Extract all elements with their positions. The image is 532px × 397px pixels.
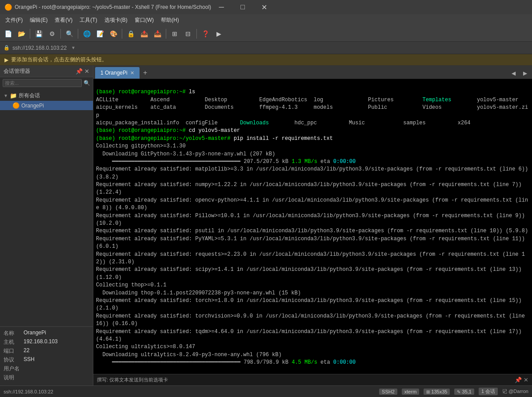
menu-tools[interactable]: 工具(T)	[76, 14, 100, 26]
properties-button[interactable]: ⚙	[46, 28, 58, 40]
expand-button[interactable]: ⊞	[168, 28, 181, 40]
sidebar-header: 会话管理器 📌 ✕	[0, 66, 93, 77]
find-button[interactable]: 🔍	[63, 28, 76, 40]
download-button[interactable]: 📥	[151, 28, 164, 40]
toolbar-separator-2	[60, 29, 61, 39]
terminal-area[interactable]: (base) root@orangepiaipro:~# ls ACLLite …	[93, 79, 532, 385]
toolbar-separator-3	[78, 29, 78, 39]
save-button[interactable]: 💾	[32, 28, 45, 40]
input-bar: 撰写: 仅将文本发送到当前选项卡 📌 ✕	[93, 374, 532, 385]
maximize-button[interactable]: □	[232, 0, 253, 14]
compose-pin-icon[interactable]: 📌	[515, 377, 522, 383]
all-sessions-item[interactable]: ▼ 📁 所有会话	[0, 91, 93, 101]
info-protocol-row: 协议 SSH	[4, 356, 89, 364]
window-title: OrangePi - root@orangepiaipro: ~/yolov5-…	[15, 4, 211, 10]
protocol-label: 协议	[4, 356, 24, 364]
tab-bar: 1 OrangePi ✕ + ◀ ▶	[93, 66, 532, 79]
lock-icon: 🔒	[4, 45, 10, 51]
size-value: 135x35	[431, 389, 447, 394]
toolbar-separator-4	[122, 29, 122, 39]
tab-label: 1 OrangePi	[100, 70, 128, 76]
menubar: 文件(F) 编辑(E) 查看(V) 工具(T) 选项卡(B) 窗口(W) 帮助(…	[0, 14, 532, 26]
orangepi-session-item[interactable]: 🟠 OrangePi	[0, 101, 93, 110]
search-icon: 🔍	[84, 80, 90, 86]
port-value: 22	[24, 347, 29, 355]
status-right: SSH2 xterm ⊞ 135x35 ✎ 35,1 1 会话 记 @Darro…	[379, 388, 528, 395]
tile-button[interactable]: ⊟	[182, 28, 194, 40]
menu-file[interactable]: 文件(F)	[2, 14, 26, 26]
app-icon: 🟠	[4, 4, 12, 11]
name-value: OrangePi	[24, 330, 46, 337]
session-name-label: OrangePi	[21, 103, 44, 109]
window-controls: ─ □ ✕	[211, 0, 274, 14]
new-session-button[interactable]: 📄	[2, 28, 14, 40]
menu-help[interactable]: 帮助(H)	[157, 14, 183, 26]
info-host-row: 主机 192.168.0.103	[4, 338, 89, 346]
host-value: 192.168.0.103	[24, 338, 58, 346]
color-button[interactable]: 🎨	[107, 28, 120, 40]
input-bar-icons: 📌 ✕	[515, 377, 528, 383]
menu-view[interactable]: 查看(V)	[51, 14, 76, 26]
sidebar-pin-button[interactable]: 📌	[76, 68, 83, 75]
session-tree: ▼ 📁 所有会话 🟠 OrangePi	[0, 89, 93, 326]
session-search-input[interactable]	[3, 79, 82, 87]
terminal-content[interactable]: (base) root@orangepiaipro:~# ls ACLLite …	[93, 79, 532, 374]
notice-text: 要添加当前会话，点击左侧的箭头按钮。	[11, 56, 107, 64]
size-badge: ⊞ 135x35	[424, 389, 450, 395]
protocol-value: SSH	[24, 356, 35, 364]
toolbar-separator-1	[30, 29, 30, 39]
menu-edit[interactable]: 编辑(E)	[26, 14, 51, 26]
main-layout: 会话管理器 📌 ✕ 🔍 ▼ 📁 所有会话 🟠 OrangePi 名称	[0, 66, 532, 385]
port-label: 端口	[4, 347, 24, 355]
new-tab-button[interactable]: +	[140, 67, 151, 79]
session-count-badge: 1 会话	[479, 388, 498, 395]
noticebar: ▶ 要添加当前会话，点击左侧的箭头按钮。	[0, 54, 532, 66]
sftp-button[interactable]: 🔒	[124, 28, 137, 40]
info-user-row: 用户名	[4, 365, 89, 373]
statusbar: ssh://192.168.0.103:22 SSH2 xterm ⊞ 135x…	[0, 385, 532, 397]
all-sessions-label: 所有会话	[19, 92, 40, 99]
cursor-value: 35,1	[462, 389, 472, 394]
more-button[interactable]: ▶	[212, 28, 225, 40]
address-text: ssh://192.168.0.103:22	[12, 45, 67, 51]
cursor-badge: ✎ 35,1	[454, 389, 474, 395]
orangepi-icon: 🟠	[12, 102, 20, 109]
tab-orangepi[interactable]: 1 OrangePi ✕	[95, 67, 140, 79]
cursor-icon: ✎	[457, 389, 460, 394]
toolbar-separator-5	[166, 29, 166, 39]
toolbar-separator-6	[196, 29, 197, 39]
dropdown-icon[interactable]: ▼	[71, 45, 76, 50]
menu-tabs[interactable]: 选项卡(B)	[101, 14, 131, 26]
folder-icon: 📁	[10, 92, 17, 99]
name-label: 名称	[4, 330, 24, 337]
open-button[interactable]: 📂	[15, 28, 28, 40]
tab-navigation: ◀ ▶	[508, 68, 530, 79]
expand-icon: ▼	[4, 93, 10, 98]
minimize-button[interactable]: ─	[211, 0, 232, 14]
toolbar: 📄 📂 💾 ⚙ 🔍 🌐 📝 🎨 🔒 📤 📥 ⊞ ⊟ ❓ ▶	[0, 26, 532, 42]
info-port-row: 端口 22	[4, 347, 89, 355]
notice-arrow-icon: ▶	[4, 57, 8, 63]
help-button[interactable]: ❓	[199, 28, 212, 40]
sidebar: 会话管理器 📌 ✕ 🔍 ▼ 📁 所有会话 🟠 OrangePi 名称	[0, 66, 93, 385]
tab-close-icon[interactable]: ✕	[130, 70, 134, 76]
info-panel: 名称 OrangePi 主机 192.168.0.103 端口 22 协议 SS…	[0, 326, 93, 385]
close-button[interactable]: ✕	[254, 0, 274, 14]
info-name-row: 名称 OrangePi	[4, 330, 89, 337]
host-label: 主机	[4, 338, 24, 346]
addressbar: 🔒 ssh://192.168.0.103:22 ▼	[0, 42, 532, 54]
tab-next-button[interactable]: ▶	[520, 68, 530, 79]
tab-prev-button[interactable]: ◀	[508, 68, 519, 79]
size-icon: ⊞	[426, 389, 430, 394]
menu-window[interactable]: 窗口(W)	[131, 14, 157, 26]
sidebar-close-button[interactable]: ✕	[84, 68, 89, 75]
status-right-text: 记 @Darron	[502, 388, 528, 395]
connect-button[interactable]: 🌐	[80, 28, 93, 40]
user-label: 用户名	[4, 365, 24, 373]
upload-button[interactable]: 📤	[138, 28, 150, 40]
right-content: 1 OrangePi ✕ + ◀ ▶ (base) root@orangepia…	[93, 66, 532, 385]
compose-close-icon[interactable]: ✕	[524, 377, 528, 383]
info-desc-row: 说明	[4, 374, 89, 381]
new-file-button[interactable]: 📝	[94, 28, 106, 40]
sidebar-actions: 📌 ✕	[76, 68, 89, 75]
